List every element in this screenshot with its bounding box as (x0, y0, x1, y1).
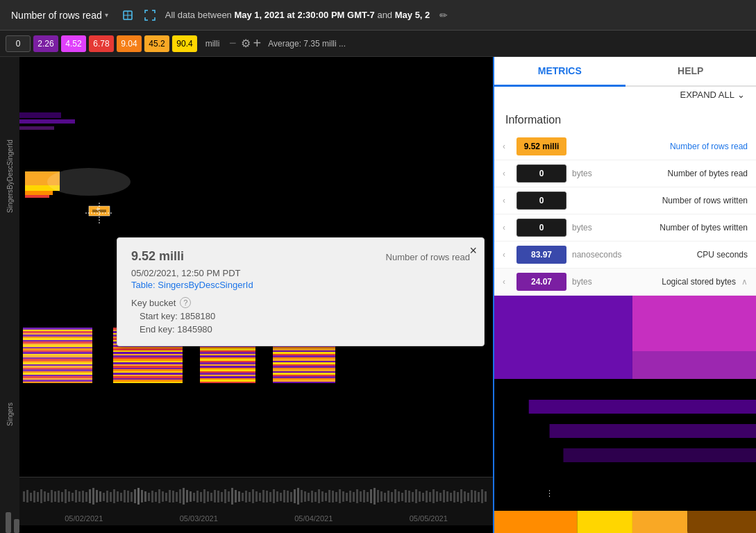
svg-rect-266 (422, 493, 424, 501)
svg-rect-10 (25, 195, 49, 198)
svg-rect-191 (162, 491, 164, 502)
metric-name-3[interactable]: Number of bytes written (598, 223, 748, 232)
svg-rect-197 (183, 488, 185, 505)
svg-rect-250 (367, 492, 369, 502)
svg-rect-204 (207, 491, 209, 502)
svg-text:+: + (96, 205, 100, 213)
svg-rect-176 (110, 492, 112, 502)
svg-rect-257 (391, 492, 393, 502)
metric-row-3: ‹ 0 bytes Number of bytes written (494, 214, 756, 242)
svg-rect-69 (113, 357, 183, 359)
metric-name-1[interactable]: Number of bytes read (598, 169, 748, 178)
tooltip-close-button[interactable]: × (469, 244, 477, 258)
y-label-singers: Singers (6, 403, 14, 426)
legend-chip-3[interactable]: 6.78 (89, 35, 114, 52)
svg-rect-186 (144, 491, 146, 502)
metric-chevron-3[interactable]: ‹ (503, 223, 511, 232)
svg-rect-165 (72, 493, 74, 501)
svg-rect-219 (259, 493, 261, 501)
metric-selector[interactable]: Number of rows read ▾ (7, 7, 112, 24)
metric-chevron-2[interactable]: ‹ (503, 196, 511, 205)
svg-rect-267 (426, 491, 428, 502)
svg-rect-259 (398, 491, 400, 502)
svg-rect-262 (408, 491, 410, 502)
svg-rect-231 (301, 490, 303, 502)
svg-rect-279 (467, 493, 469, 501)
svg-rect-98 (200, 350, 255, 352)
tab-help[interactable]: HELP (625, 57, 757, 87)
svg-rect-198 (186, 490, 188, 502)
svg-rect-184 (137, 488, 140, 505)
svg-rect-232 (304, 491, 306, 502)
svg-rect-146 (273, 376, 335, 378)
svg-rect-181 (127, 491, 129, 502)
svg-rect-67 (113, 354, 183, 355)
legend-chip-6[interactable]: 90.4 (172, 35, 197, 52)
tooltip-value: 9.52 milli (131, 249, 184, 264)
metric-chevron-4[interactable]: ‹ (503, 250, 511, 260)
metric-name-2[interactable]: Number of rows written (578, 196, 748, 205)
legend-add-icon[interactable]: + (253, 35, 262, 51)
metric-badge-0: 9.52 milli (516, 137, 566, 155)
svg-rect-74 (113, 366, 183, 368)
svg-rect-179 (120, 493, 122, 501)
expand-all-button[interactable]: EXPAND ALL ⌄ (680, 90, 745, 100)
svg-rect-158 (47, 493, 49, 501)
legend-settings-icon[interactable]: ⚙ (241, 37, 251, 50)
svg-rect-292 (529, 414, 756, 424)
svg-rect-72 (113, 362, 183, 364)
legend-chip-1[interactable]: 2.26 (33, 35, 58, 52)
timeline-label-3: 05/04/2021 (294, 514, 333, 523)
svg-rect-144 (273, 373, 335, 375)
svg-rect-217 (252, 489, 254, 503)
legend-chip-2[interactable]: 4.52 (61, 35, 86, 52)
legend-chip-5[interactable]: 45.2 (144, 35, 169, 52)
svg-rect-303 (632, 511, 688, 533)
tooltip-key-bucket: Key bucket ? (131, 297, 470, 308)
legend-minus[interactable]: − (229, 36, 237, 51)
svg-rect-106 (200, 364, 255, 366)
expand-icon[interactable] (142, 7, 158, 24)
legend-avg: Average: 7.35 milli ... (268, 39, 346, 49)
section-name[interactable]: Logical stored bytes (598, 277, 736, 287)
tab-metrics[interactable]: METRICS (494, 57, 625, 87)
edit-icon[interactable]: ✏ (439, 10, 448, 21)
svg-rect-284 (485, 491, 487, 502)
left-sidebar: SingersByDescSingerId Singers (0, 57, 19, 533)
svg-rect-289 (494, 379, 756, 400)
tooltip-help-icon[interactable]: ? (180, 297, 191, 308)
svg-rect-290 (494, 400, 529, 455)
svg-rect-215 (245, 491, 247, 502)
sidebar-scrollbar-2[interactable] (14, 519, 19, 533)
timeline-labels: 05/02/2021 05/03/2021 05/04/2021 05/05/2… (19, 514, 493, 523)
timeline-label-2: 05/03/2021 (180, 514, 218, 523)
metric-name-4[interactable]: CPU seconds (627, 250, 748, 260)
tooltip-table-value[interactable]: SingersByDescSingerId (158, 280, 253, 290)
section-unit: bytes (572, 277, 592, 287)
metric-chevron-0[interactable]: ‹ (503, 142, 511, 151)
svg-rect-221 (266, 491, 268, 502)
svg-rect-84 (186, 328, 200, 477)
metric-name-0[interactable]: Number of rows read (578, 142, 748, 151)
tooltip-date: 05/02/2021, 12:50 PM PDT (131, 268, 470, 278)
right-heatmap[interactable]: + (494, 296, 756, 533)
section-chevron[interactable]: ‹ (503, 277, 511, 287)
svg-rect-306 (688, 511, 756, 533)
section-expand-icon[interactable]: ∧ (741, 277, 748, 287)
sidebar-scrollbar-1[interactable] (6, 512, 11, 533)
svg-rect-212 (235, 490, 237, 502)
crop-icon[interactable] (119, 7, 136, 24)
legend-chip-0[interactable]: 0 (6, 35, 31, 52)
svg-rect-208 (221, 492, 223, 502)
svg-rect-130 (273, 348, 335, 350)
svg-rect-261 (405, 490, 407, 502)
svg-rect-4 (19, 112, 61, 118)
chart-area[interactable]: + × 9.52 milli Number of rows read 05/02… (19, 57, 493, 533)
svg-rect-252 (373, 488, 376, 505)
svg-rect-268 (429, 492, 431, 502)
metric-chevron-1[interactable]: ‹ (503, 169, 511, 178)
svg-rect-132 (273, 352, 335, 354)
timeline-label-4: 05/05/2021 (410, 514, 448, 523)
legend-chip-4[interactable]: 9.04 (117, 35, 142, 52)
svg-rect-168 (82, 491, 84, 502)
